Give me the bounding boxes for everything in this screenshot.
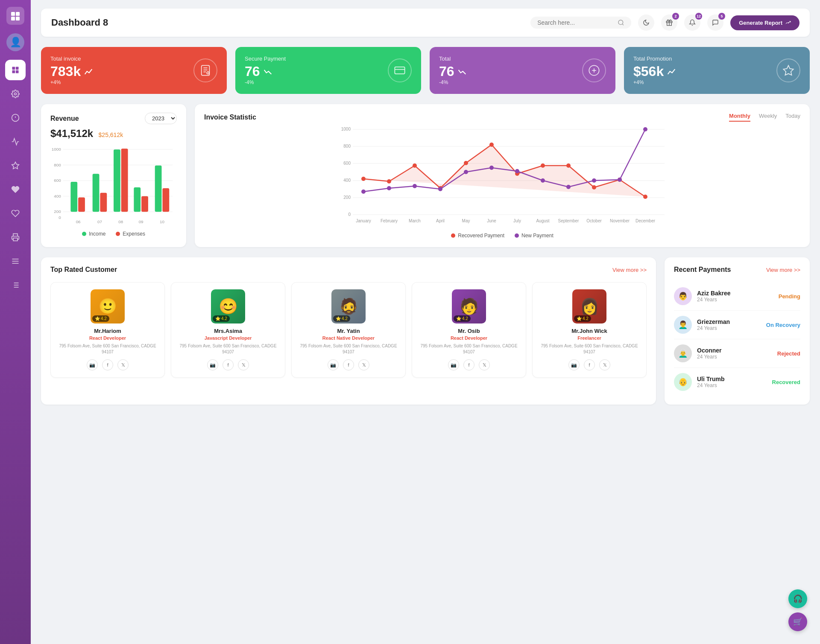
svg-text:March: March (409, 219, 421, 223)
svg-rect-60 (141, 196, 148, 212)
moon-icon (643, 19, 650, 26)
dark-mode-btn[interactable] (638, 15, 654, 31)
svg-rect-1 (16, 12, 20, 16)
payments-card: Recent Payments View more >> 👨 Aziz Bakr… (665, 257, 810, 405)
expenses-dot (116, 232, 120, 236)
facebook-4[interactable]: f (584, 359, 595, 370)
sidebar-item-heart2[interactable] (5, 203, 26, 224)
payment-item-1: 👨‍🦱 Griezerman 24 Years On Recovery (674, 311, 800, 339)
cart-float-btn[interactable]: 🛒 (788, 612, 807, 631)
svg-text:06: 06 (76, 219, 81, 224)
sidebar-item-menu[interactable] (5, 251, 26, 271)
twitter-2[interactable]: 𝕏 (358, 359, 369, 370)
generate-report-button[interactable]: Generate Report (730, 15, 800, 30)
sidebar-item-analytics[interactable] (5, 131, 26, 152)
svg-rect-50 (70, 182, 77, 212)
facebook-0[interactable]: f (102, 359, 113, 370)
user-avatar[interactable]: 👤 (6, 33, 24, 51)
svg-point-110 (566, 185, 571, 189)
payment-avatar-3: 👴 (674, 373, 692, 391)
instagram-2[interactable]: 📷 (328, 359, 339, 370)
rating-1: ⭐ 4.2 (213, 315, 230, 322)
payment-name-0: Aziz Bakree (697, 290, 773, 297)
twitter-4[interactable]: 𝕏 (599, 359, 610, 370)
twitter-1[interactable]: 𝕏 (238, 359, 249, 370)
new-payment-legend: New Payment (515, 233, 554, 239)
sidebar-item-info[interactable] (5, 108, 26, 128)
stat-icon (193, 58, 217, 82)
svg-point-95 (489, 143, 494, 147)
sidebar-item-list[interactable] (5, 275, 26, 295)
stat-cards: Total invoice 783k +4% Secure Payment 76… (41, 47, 810, 94)
customer-address-0: 795 Folsom Ave, Suite 600 San Francisco,… (56, 343, 159, 355)
gift-btn[interactable]: 2 (661, 15, 677, 31)
revenue-bar-chart: 1000 800 600 400 200 0 06 07 08 (50, 145, 177, 226)
svg-rect-59 (134, 187, 141, 212)
customer-address-2: 795 Folsom Ave, Suite 600 San Francisco,… (297, 343, 400, 355)
facebook-2[interactable]: f (343, 359, 354, 370)
tab-weekly[interactable]: Weekly (759, 113, 777, 122)
invoice-line-chart: 1000 800 600 400 200 0 January February … (204, 125, 800, 227)
customer-social-3: 📷 f 𝕏 (417, 359, 521, 370)
sidebar-item-settings[interactable] (5, 84, 26, 104)
support-float-btn[interactable]: 🎧 (788, 589, 807, 608)
svg-text:May: May (462, 219, 470, 223)
svg-rect-56 (114, 149, 120, 212)
instagram-4[interactable]: 📷 (568, 359, 580, 370)
stat-card-total: Total 76 -4% (430, 47, 615, 94)
twitter-0[interactable]: 𝕏 (117, 359, 129, 370)
svg-rect-4 (12, 67, 15, 70)
customer-address-1: 795 Folsom Ave, Suite 600 San Francisco,… (176, 343, 280, 355)
svg-point-90 (361, 177, 366, 181)
sidebar-item-heart[interactable] (5, 179, 26, 200)
payment-item-2: 👨‍🦳 Oconner 24 Years Rejected (674, 339, 800, 368)
bell-icon (689, 19, 696, 26)
customers-card: Top Rated Customer View more >> 🙂 ⭐ 4.2 … (41, 257, 656, 405)
bell-btn[interactable]: 12 (684, 15, 700, 31)
stat-label: Total Promotion (633, 55, 676, 62)
svg-point-107 (489, 166, 494, 170)
invoice-chart: Invoice Statistic Monthly Weekly Today 1… (195, 104, 810, 247)
payment-age-0: 24 Years (697, 297, 773, 303)
stat-icon (582, 58, 606, 82)
svg-text:November: November (610, 219, 630, 223)
twitter-3[interactable]: 𝕏 (479, 359, 490, 370)
instagram-3[interactable]: 📷 (448, 359, 459, 370)
facebook-1[interactable]: f (223, 359, 234, 370)
invoice-title: Invoice Statistic (204, 114, 256, 121)
invoice-tabs: Monthly Weekly Today (729, 113, 800, 122)
customer-role-1: Javascript Developer (176, 335, 280, 341)
payments-view-more[interactable]: View more >> (766, 267, 800, 273)
payment-status-2: Rejected (777, 350, 800, 357)
svg-point-105 (438, 187, 442, 191)
payment-item-3: 👴 Uli Trumb 24 Years Recovered (674, 368, 800, 396)
svg-point-98 (566, 163, 571, 168)
stat-trend: -4% (245, 79, 286, 85)
chat-btn[interactable]: 5 (707, 15, 723, 31)
charts-row: Revenue 202320222021 $41,512k $25,612k 1… (41, 104, 810, 247)
tab-monthly[interactable]: Monthly (729, 113, 750, 122)
svg-rect-5 (16, 67, 19, 70)
customers-view-more[interactable]: View more >> (612, 267, 647, 273)
year-select[interactable]: 202320222021 (145, 113, 177, 124)
svg-text:800: 800 (343, 144, 351, 149)
sidebar-logo[interactable] (6, 7, 24, 25)
sidebar-item-print[interactable] (5, 227, 26, 248)
facebook-3[interactable]: f (463, 359, 474, 370)
customer-social-1: 📷 f 𝕏 (176, 359, 280, 370)
svg-rect-53 (93, 174, 100, 212)
customer-card-4: 👩 ⭐ 4.2 Mr.John Wick Freelancer 795 Fols… (532, 282, 647, 378)
customer-address-4: 795 Folsom Ave, Suite 600 San Francisco,… (538, 343, 641, 355)
customer-card-1: 😊 ⭐ 4.2 Mrs.Asima Javascript Developer 7… (171, 282, 285, 378)
stat-icon (388, 58, 412, 82)
sidebar-item-star[interactable] (5, 155, 26, 176)
svg-rect-34 (395, 67, 404, 74)
instagram-0[interactable]: 📷 (87, 359, 98, 370)
sidebar-item-dashboard[interactable] (5, 60, 26, 80)
customer-social-2: 📷 f 𝕏 (297, 359, 400, 370)
tab-today[interactable]: Today (785, 113, 800, 122)
svg-text:400: 400 (54, 194, 61, 198)
search-input[interactable] (537, 19, 614, 26)
instagram-1[interactable]: 📷 (207, 359, 218, 370)
svg-point-108 (515, 169, 519, 173)
